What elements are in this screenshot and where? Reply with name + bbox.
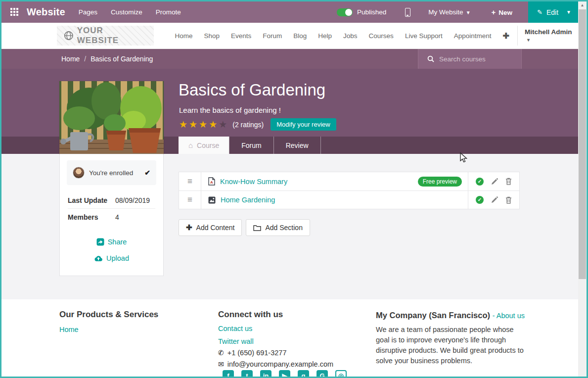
content-link[interactable]: Know-How Summary [220, 178, 287, 186]
scrollbar-thumb[interactable] [579, 9, 586, 279]
nav-jobs[interactable]: Jobs [343, 32, 358, 40]
facebook-icon[interactable]: f [223, 370, 234, 377]
page-body: You're enrolled ✔ Last Update 08/09/2019… [1, 154, 578, 299]
edit-pencil-icon[interactable] [491, 196, 498, 203]
svg-text:A: A [210, 180, 213, 185]
star-icon-empty: ★ [219, 119, 228, 130]
add-content-button[interactable]: ✚ Add Content [179, 219, 242, 236]
published-toggle[interactable] [337, 8, 353, 16]
cloud-upload-icon [94, 255, 103, 262]
toggle-knob [345, 9, 352, 16]
mobile-preview-icon[interactable] [405, 8, 410, 17]
menu-pages[interactable]: Pages [79, 8, 97, 16]
search-input[interactable] [439, 55, 513, 63]
home-icon: ⌂ [188, 141, 193, 149]
published-check-icon[interactable]: ✓ [476, 178, 484, 186]
course-title: Basics of Gardening [179, 81, 325, 99]
drag-handle-icon[interactable]: ≡ [179, 191, 201, 209]
nav-forum[interactable]: Forum [263, 32, 282, 40]
instagram-icon[interactable]: ◎ [335, 370, 347, 377]
published-label: Published [357, 8, 386, 16]
delete-trash-icon[interactable] [505, 178, 512, 185]
edit-dropdown-caret-icon[interactable]: ▼ [566, 9, 571, 15]
website-navbar: YOUR WEBSITE Home Shop Events Forum Blog… [1, 23, 578, 49]
nav-live-support[interactable]: Live Support [405, 32, 443, 40]
drag-handle-icon[interactable]: ≡ [179, 172, 201, 190]
plus-icon: ✚ [186, 223, 192, 232]
globe-icon [64, 31, 74, 41]
github-icon[interactable]: g [298, 370, 309, 377]
linkedin-icon[interactable]: in [260, 370, 271, 377]
nav-home[interactable]: Home [175, 32, 192, 40]
footer-about-text: We are a team of passionate people whose… [376, 325, 527, 366]
nav-help[interactable]: Help [318, 32, 332, 40]
user-menu[interactable]: Mitchell Admin ▾ [525, 28, 578, 43]
twitter-icon[interactable]: t [241, 370, 253, 377]
footer-about-link[interactable]: - About us [493, 312, 525, 320]
members-row: Members 4 [68, 209, 155, 225]
star-icon: ★ [179, 119, 189, 130]
google-plus-icon[interactable]: G [317, 370, 328, 377]
nav-blog[interactable]: Blog [293, 32, 307, 40]
add-page-plus-icon[interactable]: ✚ [503, 31, 509, 41]
breadcrumb-home-link[interactable]: Home [61, 55, 80, 63]
tab-course[interactable]: ⌂ Course [179, 137, 229, 154]
scroll-up-arrow[interactable]: ▲ [578, 1, 587, 9]
youtube-icon[interactable]: ▶ [279, 370, 290, 377]
edit-pencil-icon[interactable] [491, 178, 498, 185]
content-row: ≡ Home Gardening ✓ [179, 190, 519, 209]
footer-company-title: My Company (San Francisco) [376, 311, 490, 320]
chevron-down-icon: ▾ [527, 37, 530, 43]
phone-icon: ✆ [218, 349, 224, 357]
apps-grid-icon[interactable] [10, 8, 19, 16]
footer-home-link[interactable]: Home [59, 326, 158, 333]
website-switcher[interactable]: My Website▼ [428, 8, 470, 16]
course-content-list: ≡ A Know-How Summary Free preview ✓ [179, 172, 520, 209]
star-icon: ★ [199, 119, 209, 130]
app-title: Website [27, 6, 65, 18]
content-row: ≡ A Know-How Summary Free preview ✓ [179, 172, 519, 190]
tab-forum[interactable]: Forum [229, 137, 273, 154]
course-sidebar-card: You're enrolled ✔ Last Update 08/09/2019… [59, 154, 164, 276]
nav-divider [517, 26, 518, 46]
upload-link[interactable]: Upload [60, 254, 163, 262]
file-pdf-icon: A [208, 177, 215, 186]
add-section-button[interactable]: Add Section [246, 219, 310, 236]
star-icon: ★ [189, 119, 199, 130]
content-link[interactable]: Home Gardening [221, 196, 275, 204]
menu-promote[interactable]: Promote [156, 8, 181, 16]
footer-contact-link[interactable]: Contact us [218, 325, 333, 332]
modify-review-button[interactable]: Modify your review [271, 118, 336, 131]
envelope-icon: ✉ [218, 360, 224, 368]
tab-review[interactable]: Review [274, 137, 321, 154]
nav-appointment[interactable]: Appointment [454, 32, 492, 40]
admin-top-bar: Website Pages Customize Promote Publishe… [1, 1, 578, 23]
star-icon: ★ [209, 119, 219, 130]
published-check-icon[interactable]: ✓ [476, 196, 484, 204]
site-logo[interactable]: YOUR WEBSITE [57, 26, 154, 46]
vertical-scrollbar[interactable]: ▲ [578, 1, 587, 377]
nav-shop[interactable]: Shop [204, 32, 220, 40]
rating-count: (2 ratings) [232, 121, 264, 129]
course-search-box[interactable] [418, 49, 522, 69]
menu-customize[interactable]: Customize [111, 8, 142, 16]
file-image-icon [208, 196, 216, 204]
folder-icon [253, 225, 261, 231]
site-logo-text: YOUR WEBSITE [77, 26, 147, 46]
footer-twitter-wall-link[interactable]: Twitter wall [218, 337, 333, 345]
browser-viewport: Website Pages Customize Promote Publishe… [0, 0, 588, 378]
social-icons-row: f t in ▶ g G ◎ [223, 370, 347, 377]
delete-trash-icon[interactable] [505, 196, 512, 204]
footer-connect-title: Connect with us [218, 310, 333, 320]
breadcrumb-current: Basics of Gardening [90, 55, 153, 63]
share-link[interactable]: Share [60, 238, 163, 246]
course-cover-image [59, 81, 164, 154]
plus-icon: + [492, 8, 496, 16]
nav-events[interactable]: Events [231, 32, 251, 40]
avatar [73, 167, 85, 179]
nav-courses[interactable]: Courses [369, 32, 394, 40]
edit-button[interactable]: ✎ Edit ▼ [528, 1, 578, 23]
members-label: Members [68, 213, 115, 221]
new-button[interactable]: +New [492, 8, 513, 16]
course-subtitle: Learn the basics of gardening ! [179, 106, 281, 114]
